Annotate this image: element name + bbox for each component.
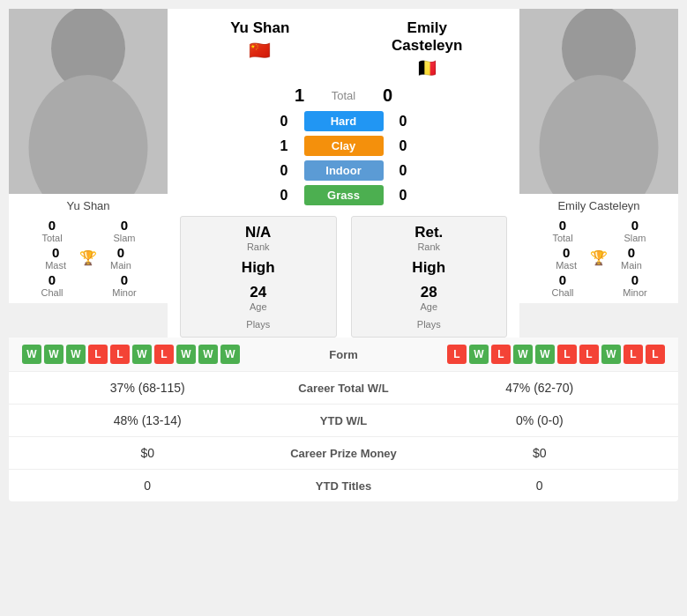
player-left-silhouette [9, 9, 168, 194]
indoor-score-left: 0 [273, 163, 295, 179]
form-badge-right: L [624, 345, 643, 364]
form-badge-right: W [535, 345, 555, 364]
left-high-value: High [194, 259, 323, 277]
right-slam-val: 0 Slam [599, 218, 671, 243]
total-score-left: 1 [282, 85, 317, 106]
right-plays-label: Plays [365, 319, 494, 330]
stats-label-2: Career Prize Money [273, 447, 414, 460]
stats-cell-left-3: 0 [22, 479, 273, 493]
stats-label-1: YTD W/L [273, 414, 414, 427]
stats-cell-right-0: 47% (62-70) [414, 381, 666, 395]
middle-section: Yu Shan 🇨🇳 EmilyCasteleyn 🇧🇪 1 Total 0 0 [168, 9, 519, 338]
right-total-val: 0 Total [526, 218, 599, 243]
left-rank-value: N/A [194, 224, 323, 241]
svg-point-1 [29, 75, 148, 194]
clay-badge: Clay [304, 136, 384, 156]
form-badge-left: W [44, 345, 63, 364]
form-badge-right: L [447, 345, 467, 364]
player-left-name: Yu Shan [16, 199, 161, 212]
player-right-trophy-row: 0 Mast 🏆 0 Main [526, 243, 671, 272]
left-minor-stat: 0 Minor [88, 272, 161, 298]
form-row: WWWLLWLWWW Form LWLWWLLWLL [9, 338, 678, 372]
form-badge-right: W [513, 345, 533, 364]
form-badge-left: W [220, 345, 240, 364]
right-stat-box: Ret. Rank High 28 Age Plays [351, 216, 508, 338]
right-player-name-header: EmilyCasteleyn [344, 19, 512, 55]
player-right-stats-grid: 0 Total 0 Slam [526, 218, 671, 243]
form-badges-right: LWLWWLLWLL [379, 345, 666, 364]
player-right-card: Emily Casteleyn 0 Total 0 Slam 0 Mast [519, 9, 678, 338]
surface-row-hard: 0 Hard 0 [185, 111, 502, 131]
player-right-name: Emily Casteleyn [526, 199, 671, 212]
left-slam-val: 0 Slam [88, 218, 161, 243]
left-mast-stat: 0 Mast [45, 245, 66, 271]
stats-label-3: YTD Titles [273, 479, 414, 493]
form-badge-right: W [469, 345, 489, 364]
form-badge-right: W [601, 345, 621, 364]
left-total-val: 0 Total [16, 218, 88, 243]
stats-cell-left-2: $0 [22, 446, 273, 460]
right-main-stat: 0 Main [621, 245, 642, 271]
right-chall-stat: 0 Chall [526, 272, 599, 298]
surface-row-indoor: 0 Indoor 0 [185, 160, 502, 181]
form-badge-left: L [154, 345, 174, 364]
svg-point-3 [540, 75, 659, 194]
form-label: Form [309, 348, 379, 361]
left-stat-box: N/A Rank High 24 Age Plays [180, 216, 337, 338]
player-right-below: Emily Casteleyn 0 Total 0 Slam 0 Mast [519, 194, 678, 303]
surfaces-block: 0 Hard 0 1 Clay 0 0 Indoor 0 [168, 108, 519, 209]
right-minor-stat: 0 Minor [599, 272, 671, 298]
form-badge-left: W [198, 345, 218, 364]
stats-cell-left-1: 48% (13-14) [22, 413, 273, 427]
form-badge-right: L [646, 345, 665, 364]
stats-rows-container: 37% (68-115) Career Total W/L 47% (62-70… [9, 372, 678, 501]
form-badge-left: W [66, 345, 86, 364]
form-badge-left: L [88, 345, 108, 364]
stats-cell-right-1: 0% (0-0) [414, 413, 666, 427]
player-left-photo [9, 9, 168, 194]
stats-cell-right-2: $0 [414, 446, 666, 460]
grass-score-right: 0 [392, 188, 414, 204]
form-badge-left: W [22, 345, 41, 364]
form-badge-left: W [176, 345, 196, 364]
player-left-bottom-stats: 0 Chall 0 Minor [16, 272, 161, 298]
names-row: Yu Shan 🇨🇳 EmilyCasteleyn 🇧🇪 [168, 9, 519, 84]
hard-badge: Hard [304, 111, 384, 131]
form-badge-right: L [579, 345, 599, 364]
main-container: Yu Shan 0 Total 0 Slam 0 Mast [0, 0, 687, 510]
player-left-card: Yu Shan 0 Total 0 Slam 0 Mast [9, 9, 168, 338]
hard-score-right: 0 [392, 114, 414, 130]
left-chall-stat: 0 Chall [16, 272, 88, 298]
stats-row-0: 37% (68-115) Career Total W/L 47% (62-70… [9, 372, 678, 404]
total-label: Total [317, 89, 370, 102]
right-name-block: EmilyCasteleyn 🇧🇪 [344, 19, 512, 78]
hard-score-left: 0 [273, 114, 295, 130]
right-flag: 🇧🇪 [344, 57, 512, 78]
form-badge-left: W [132, 345, 152, 364]
right-age-value: 28 [365, 284, 494, 301]
right-high-value: High [365, 259, 494, 277]
surface-row-clay: 1 Clay 0 [185, 136, 502, 156]
form-badges-left: WWWLLWLWWW [22, 345, 309, 364]
form-badge-left: L [110, 345, 130, 364]
left-trophy-icon: 🏆 [79, 249, 97, 266]
stats-cell-right-3: 0 [414, 479, 666, 493]
total-score-right: 0 [370, 85, 406, 106]
stats-row-1: 48% (13-14) YTD W/L 0% (0-0) [9, 404, 678, 437]
player-left-trophy-row: 0 Mast 🏆 0 Main [16, 243, 161, 272]
player-right-photo [519, 9, 678, 194]
player-left-stats-grid: 0 Total 0 Slam [16, 218, 161, 243]
right-trophy-icon: 🏆 [590, 249, 608, 266]
top-section: Yu Shan 0 Total 0 Slam 0 Mast [9, 9, 678, 338]
right-rank-value: Ret. [365, 224, 494, 241]
bottom-section: WWWLLWLWWW Form LWLWWLLWLL 37% (68-115) … [9, 338, 678, 501]
stats-cell-left-0: 37% (68-115) [22, 381, 273, 395]
player-right-silhouette [519, 9, 678, 194]
left-player-name-header: Yu Shan [176, 19, 344, 37]
left-age-value: 24 [194, 284, 323, 301]
stats-label-0: Career Total W/L [273, 382, 414, 395]
surface-row-grass: 0 Grass 0 [185, 185, 502, 205]
stats-row-2: $0 Career Prize Money $0 [9, 437, 678, 470]
indoor-badge: Indoor [304, 160, 384, 181]
form-badge-right: L [557, 345, 577, 364]
